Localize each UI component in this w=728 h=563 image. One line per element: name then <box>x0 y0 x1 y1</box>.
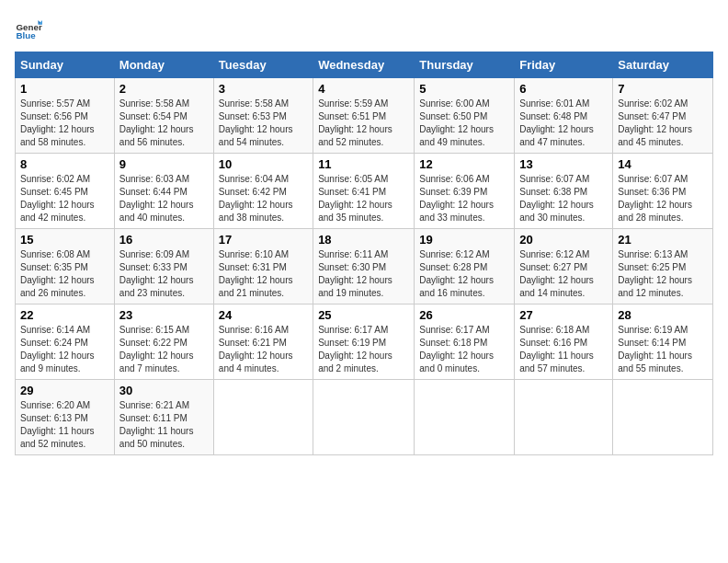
calendar-cell-day-16: 16Sunrise: 6:09 AMSunset: 6:33 PMDayligh… <box>114 229 213 304</box>
weekday-header-friday: Friday <box>515 52 613 78</box>
weekday-header-tuesday: Tuesday <box>213 52 313 78</box>
day-info: Sunrise: 6:14 AMSunset: 6:24 PMDaylight:… <box>20 325 95 373</box>
day-number: 24 <box>219 308 308 322</box>
calendar-cell-day-2: 2Sunrise: 5:58 AMSunset: 6:54 PMDaylight… <box>114 78 213 154</box>
calendar-cell-day-25: 25Sunrise: 6:17 AMSunset: 6:19 PMDayligh… <box>313 304 415 380</box>
day-info: Sunrise: 6:02 AMSunset: 6:45 PMDaylight:… <box>20 174 95 223</box>
day-number: 13 <box>519 157 608 171</box>
empty-cell <box>313 380 415 455</box>
day-number: 15 <box>20 233 109 247</box>
calendar-cell-day-21: 21Sunrise: 6:13 AMSunset: 6:25 PMDayligh… <box>613 229 713 304</box>
calendar-week-4: 22Sunrise: 6:14 AMSunset: 6:24 PMDayligh… <box>16 304 713 380</box>
calendar-cell-day-13: 13Sunrise: 6:07 AMSunset: 6:38 PMDayligh… <box>515 154 613 229</box>
calendar-cell-day-26: 26Sunrise: 6:17 AMSunset: 6:18 PMDayligh… <box>415 304 515 380</box>
day-info: Sunrise: 6:12 AMSunset: 6:28 PMDaylight:… <box>419 249 494 298</box>
day-info: Sunrise: 6:13 AMSunset: 6:25 PMDaylight:… <box>618 249 692 298</box>
day-number: 17 <box>219 233 308 247</box>
calendar-cell-day-11: 11Sunrise: 6:05 AMSunset: 6:41 PMDayligh… <box>313 154 415 229</box>
calendar-cell-day-5: 5Sunrise: 6:00 AMSunset: 6:50 PMDaylight… <box>415 78 515 154</box>
day-info: Sunrise: 6:03 AMSunset: 6:44 PMDaylight:… <box>119 174 194 223</box>
calendar-cell-day-27: 27Sunrise: 6:18 AMSunset: 6:16 PMDayligh… <box>515 304 613 380</box>
day-number: 22 <box>20 308 109 322</box>
day-number: 26 <box>419 308 509 322</box>
empty-cell <box>515 380 613 455</box>
day-info: Sunrise: 6:08 AMSunset: 6:35 PMDaylight:… <box>20 249 95 298</box>
day-number: 16 <box>119 233 209 247</box>
calendar-cell-day-24: 24Sunrise: 6:16 AMSunset: 6:21 PMDayligh… <box>213 304 313 380</box>
day-info: Sunrise: 6:15 AMSunset: 6:22 PMDaylight:… <box>119 325 194 373</box>
day-info: Sunrise: 6:19 AMSunset: 6:14 PMDaylight:… <box>618 325 692 373</box>
day-info: Sunrise: 6:10 AMSunset: 6:31 PMDaylight:… <box>219 249 293 298</box>
calendar-cell-day-4: 4Sunrise: 5:59 AMSunset: 6:51 PMDaylight… <box>313 78 415 154</box>
day-info: Sunrise: 5:58 AMSunset: 6:54 PMDaylight:… <box>119 98 194 147</box>
day-number: 30 <box>119 384 209 397</box>
page-header: General Blue <box>15 15 713 42</box>
day-info: Sunrise: 6:16 AMSunset: 6:21 PMDaylight:… <box>219 325 293 373</box>
day-number: 27 <box>519 308 608 322</box>
day-number: 2 <box>119 82 209 96</box>
day-number: 9 <box>119 157 209 171</box>
day-info: Sunrise: 6:17 AMSunset: 6:19 PMDaylight:… <box>318 325 392 373</box>
calendar-cell-day-14: 14Sunrise: 6:07 AMSunset: 6:36 PMDayligh… <box>613 154 713 229</box>
day-number: 25 <box>318 308 409 322</box>
calendar-cell-day-20: 20Sunrise: 6:12 AMSunset: 6:27 PMDayligh… <box>515 229 613 304</box>
empty-cell <box>613 380 713 455</box>
calendar-cell-day-17: 17Sunrise: 6:10 AMSunset: 6:31 PMDayligh… <box>213 229 313 304</box>
day-info: Sunrise: 6:05 AMSunset: 6:41 PMDaylight:… <box>318 174 392 223</box>
calendar-cell-day-6: 6Sunrise: 6:01 AMSunset: 6:48 PMDaylight… <box>515 78 613 154</box>
day-info: Sunrise: 5:58 AMSunset: 6:53 PMDaylight:… <box>219 98 293 147</box>
calendar-cell-day-12: 12Sunrise: 6:06 AMSunset: 6:39 PMDayligh… <box>415 154 515 229</box>
day-info: Sunrise: 6:07 AMSunset: 6:36 PMDaylight:… <box>618 174 692 223</box>
calendar-cell-day-18: 18Sunrise: 6:11 AMSunset: 6:30 PMDayligh… <box>313 229 415 304</box>
weekday-header-monday: Monday <box>114 52 213 78</box>
calendar-cell-day-30: 30Sunrise: 6:21 AMSunset: 6:11 PMDayligh… <box>114 380 213 455</box>
day-number: 5 <box>419 82 509 96</box>
day-info: Sunrise: 6:01 AMSunset: 6:48 PMDaylight:… <box>519 98 594 147</box>
day-number: 3 <box>219 82 308 96</box>
day-number: 14 <box>618 157 708 171</box>
calendar-cell-day-29: 29Sunrise: 6:20 AMSunset: 6:13 PMDayligh… <box>16 380 115 455</box>
day-info: Sunrise: 6:07 AMSunset: 6:38 PMDaylight:… <box>519 174 594 223</box>
day-number: 4 <box>318 82 409 96</box>
empty-cell <box>213 380 313 455</box>
svg-text:Blue: Blue <box>17 30 37 40</box>
day-number: 20 <box>519 233 608 247</box>
empty-cell <box>415 380 515 455</box>
weekday-header-row: SundayMondayTuesdayWednesdayThursdayFrid… <box>16 52 713 78</box>
day-info: Sunrise: 6:18 AMSunset: 6:16 PMDaylight:… <box>519 325 594 373</box>
day-number: 7 <box>618 82 708 96</box>
day-info: Sunrise: 6:20 AMSunset: 6:13 PMDaylight:… <box>20 400 95 449</box>
day-info: Sunrise: 6:21 AMSunset: 6:11 PMDaylight:… <box>119 400 194 449</box>
calendar-week-3: 15Sunrise: 6:08 AMSunset: 6:35 PMDayligh… <box>16 229 713 304</box>
calendar-cell-day-23: 23Sunrise: 6:15 AMSunset: 6:22 PMDayligh… <box>114 304 213 380</box>
calendar-table: SundayMondayTuesdayWednesdayThursdayFrid… <box>15 52 713 455</box>
calendar-cell-day-22: 22Sunrise: 6:14 AMSunset: 6:24 PMDayligh… <box>16 304 115 380</box>
calendar-week-1: 1Sunrise: 5:57 AMSunset: 6:56 PMDaylight… <box>16 78 713 154</box>
weekday-header-saturday: Saturday <box>613 52 713 78</box>
calendar-cell-day-10: 10Sunrise: 6:04 AMSunset: 6:42 PMDayligh… <box>213 154 313 229</box>
weekday-header-wednesday: Wednesday <box>313 52 415 78</box>
day-info: Sunrise: 6:04 AMSunset: 6:42 PMDaylight:… <box>219 174 293 223</box>
calendar-week-2: 8Sunrise: 6:02 AMSunset: 6:45 PMDaylight… <box>16 154 713 229</box>
day-info: Sunrise: 6:17 AMSunset: 6:18 PMDaylight:… <box>419 325 494 373</box>
day-number: 6 <box>519 82 608 96</box>
weekday-header-thursday: Thursday <box>415 52 515 78</box>
day-number: 21 <box>618 233 708 247</box>
day-number: 11 <box>318 157 409 171</box>
day-info: Sunrise: 6:11 AMSunset: 6:30 PMDaylight:… <box>318 249 392 298</box>
weekday-header-sunday: Sunday <box>16 52 115 78</box>
day-info: Sunrise: 6:12 AMSunset: 6:27 PMDaylight:… <box>519 249 594 298</box>
day-info: Sunrise: 6:02 AMSunset: 6:47 PMDaylight:… <box>618 98 692 147</box>
calendar-cell-day-7: 7Sunrise: 6:02 AMSunset: 6:47 PMDaylight… <box>613 78 713 154</box>
day-info: Sunrise: 5:57 AMSunset: 6:56 PMDaylight:… <box>20 98 95 147</box>
day-number: 12 <box>419 157 509 171</box>
day-number: 23 <box>119 308 209 322</box>
logo-icon: General Blue <box>15 15 42 42</box>
calendar-cell-day-8: 8Sunrise: 6:02 AMSunset: 6:45 PMDaylight… <box>16 154 115 229</box>
day-number: 29 <box>20 384 109 397</box>
day-number: 18 <box>318 233 409 247</box>
day-number: 28 <box>618 308 708 322</box>
day-number: 10 <box>219 157 308 171</box>
calendar-cell-day-28: 28Sunrise: 6:19 AMSunset: 6:14 PMDayligh… <box>613 304 713 380</box>
calendar-cell-day-19: 19Sunrise: 6:12 AMSunset: 6:28 PMDayligh… <box>415 229 515 304</box>
